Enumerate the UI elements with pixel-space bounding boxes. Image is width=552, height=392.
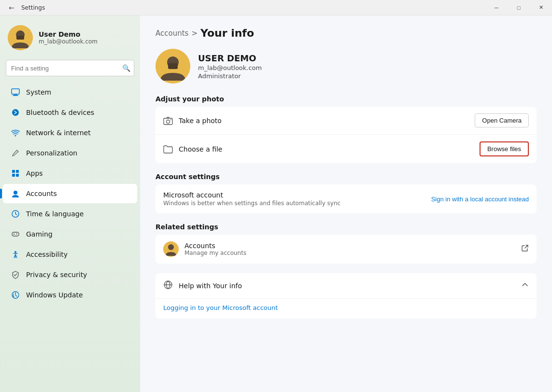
sidebar: User Demo m_lab@outlook.com 🔍 System — [0, 15, 140, 392]
svg-point-6 — [12, 109, 19, 116]
sidebar-item-gaming-label: Gaming — [26, 230, 53, 238]
sidebar-item-accessibility[interactable]: Accessibility — [3, 245, 137, 264]
titlebar: ← Settings ─ □ ✕ — [0, 0, 552, 15]
sidebar-user-name: User Demo — [39, 30, 98, 38]
take-photo-row: Take a photo Open Camera — [156, 107, 537, 135]
content-area: Accounts > Your info USER DEMO m_lab@out… — [140, 15, 552, 392]
avatar — [8, 25, 33, 50]
sidebar-item-system[interactable]: System — [3, 83, 137, 102]
gaming-icon — [11, 229, 20, 239]
sidebar-item-apps[interactable]: Apps — [3, 164, 137, 183]
help-header[interactable]: Help with Your info — [156, 273, 537, 298]
bluetooth-icon — [11, 108, 20, 117]
svg-rect-5 — [13, 95, 18, 96]
sidebar-item-accessibility-label: Accessibility — [26, 251, 68, 258]
ms-account-desc: Windows is better when settings and file… — [163, 200, 340, 207]
folder-icon — [163, 144, 173, 154]
browse-files-button[interactable]: Browse files — [480, 141, 529, 156]
user-card-info: USER DEMO m_lab@outlook.com Administrato… — [198, 53, 262, 80]
brush-icon — [11, 148, 20, 158]
user-card-email: m_lab@outlook.com — [198, 64, 262, 71]
sidebar-item-system-label: System — [26, 88, 51, 96]
microsoft-account-card: Microsoft account Windows is better when… — [156, 184, 537, 213]
related-accounts-subtitle: Manage my accounts — [184, 250, 246, 256]
apps-icon — [11, 168, 20, 178]
related-accounts-card[interactable]: Accounts Manage my accounts — [156, 235, 537, 264]
search-icon[interactable]: 🔍 — [122, 64, 130, 72]
sidebar-item-privacy-label: Privacy & security — [26, 271, 87, 279]
titlebar-controls: ─ □ ✕ — [485, 0, 552, 15]
svg-rect-10 — [12, 174, 15, 177]
choose-file-label: Choose a file — [179, 145, 223, 153]
breadcrumb: Accounts > Your info — [156, 27, 537, 39]
adjust-photo-label: Adjust your photo — [156, 95, 537, 103]
help-card: Help with Your info Logging in to your M… — [156, 273, 537, 319]
sidebar-item-network[interactable]: Network & internet — [3, 123, 137, 142]
svg-rect-9 — [16, 170, 19, 173]
svg-point-12 — [14, 191, 17, 195]
accessibility-icon — [11, 250, 20, 259]
svg-rect-11 — [16, 174, 19, 177]
search-box: 🔍 — [6, 60, 134, 76]
svg-point-15 — [16, 234, 17, 235]
svg-point-16 — [16, 233, 16, 234]
svg-rect-8 — [12, 170, 15, 173]
titlebar-left: ← Settings — [6, 2, 45, 14]
user-profile: User Demo m_lab@outlook.com — [0, 15, 140, 58]
external-link-icon — [521, 244, 529, 254]
open-camera-button[interactable]: Open Camera — [475, 113, 529, 127]
sidebar-item-update-label: Windows Update — [26, 291, 83, 299]
breadcrumb-link[interactable]: Accounts — [156, 29, 188, 38]
account-settings-label: Account settings — [156, 173, 537, 181]
app-container: User Demo m_lab@outlook.com 🔍 System — [0, 15, 552, 392]
svg-rect-14 — [12, 232, 19, 236]
system-icon — [11, 87, 20, 97]
svg-point-26 — [168, 244, 174, 250]
adjust-photo-card: Take a photo Open Camera Choose a file B… — [156, 107, 537, 163]
sidebar-item-apps-label: Apps — [26, 169, 43, 177]
back-button[interactable]: ← — [6, 2, 17, 14]
close-button[interactable]: ✕ — [530, 0, 552, 15]
sidebar-item-network-label: Network & internet — [26, 129, 91, 137]
globe-icon — [163, 280, 173, 292]
time-icon — [11, 209, 20, 219]
sidebar-item-bluetooth-label: Bluetooth & devices — [26, 109, 94, 116]
help-content: Logging in to your Microsoft account — [156, 298, 537, 319]
ms-account-info: Microsoft account Windows is better when… — [163, 191, 340, 207]
related-accounts-avatar — [163, 241, 179, 257]
search-input[interactable] — [6, 60, 134, 76]
sidebar-item-personalization[interactable]: Personalization — [3, 143, 137, 163]
user-card: USER DEMO m_lab@outlook.com Administrato… — [156, 49, 537, 84]
sidebar-user-email: m_lab@outlook.com — [39, 38, 98, 45]
breadcrumb-current: Your info — [200, 27, 254, 39]
sidebar-item-personalization-label: Personalization — [26, 149, 77, 157]
minimize-button[interactable]: ─ — [485, 0, 508, 15]
user-card-name: USER DEMO — [198, 53, 262, 63]
svg-point-24 — [170, 119, 171, 120]
sidebar-item-time-label: Time & language — [26, 210, 84, 218]
sidebar-item-gaming[interactable]: Gaming — [3, 224, 137, 244]
breadcrumb-separator: > — [191, 29, 198, 38]
svg-point-7 — [15, 135, 16, 137]
accounts-icon — [11, 189, 20, 198]
choose-file-row: Choose a file Browse files — [156, 135, 537, 163]
user-card-role: Administrator — [198, 72, 262, 80]
sidebar-item-accounts[interactable]: Accounts — [3, 184, 137, 203]
sidebar-item-accounts-label: Accounts — [26, 190, 57, 197]
titlebar-title: Settings — [21, 4, 45, 11]
camera-icon — [163, 116, 173, 126]
network-icon — [11, 128, 20, 138]
chevron-up-icon — [521, 281, 529, 291]
svg-point-23 — [167, 120, 170, 123]
privacy-icon — [11, 270, 20, 280]
related-accounts-title: Accounts — [184, 242, 246, 250]
maximize-button[interactable]: □ — [508, 0, 530, 15]
help-link[interactable]: Logging in to your Microsoft account — [163, 304, 278, 311]
sidebar-item-time[interactable]: Time & language — [3, 204, 137, 224]
sidebar-item-update[interactable]: Windows Update — [3, 285, 137, 305]
sidebar-item-bluetooth[interactable]: Bluetooth & devices — [3, 103, 137, 122]
help-title: Help with Your info — [179, 282, 242, 290]
svg-rect-2 — [16, 36, 24, 40]
sidebar-item-privacy[interactable]: Privacy & security — [3, 265, 137, 284]
sign-in-local-button[interactable]: Sign in with a local account instead — [431, 196, 529, 203]
